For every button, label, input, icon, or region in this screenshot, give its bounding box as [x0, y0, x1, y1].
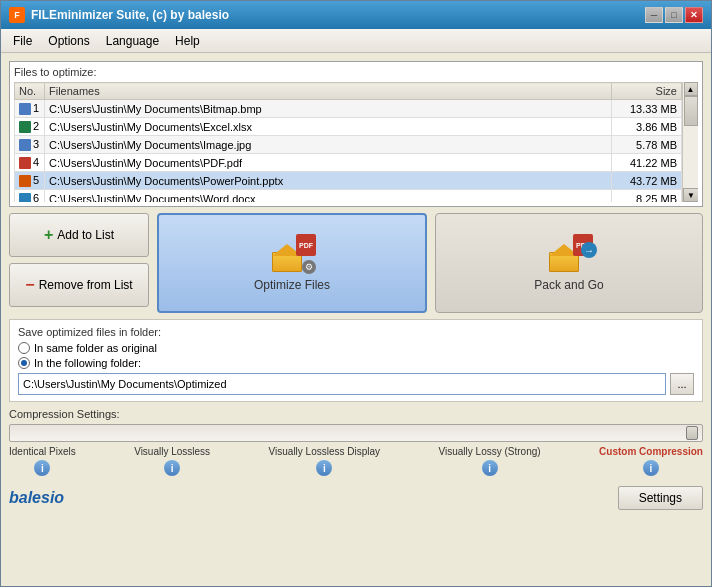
save-radio-group: In same folder as original In the follow… — [18, 342, 694, 369]
comp-lossy-strong-info-button[interactable]: i — [482, 460, 498, 476]
save-section: Save optimized files in folder: In same … — [9, 319, 703, 402]
pack-icon: PDF → — [545, 234, 593, 274]
menu-language[interactable]: Language — [98, 32, 167, 50]
table-row-no: 3 — [15, 136, 45, 154]
table-row-size: 8.25 MB — [612, 190, 682, 203]
slider-thumb[interactable] — [686, 426, 698, 440]
pack-arrow-icon: → — [581, 242, 597, 258]
comp-option-identical: Identical Pixels i — [9, 446, 76, 476]
file-type-icon — [19, 139, 31, 151]
comp-lossy-strong-label: Visually Lossy (Strong) — [439, 446, 541, 457]
table-row-filename: C:\Users\Justin\My Documents\PDF.pdf — [45, 154, 612, 172]
save-section-label: Save optimized files in folder: — [18, 326, 694, 338]
table-row-no: 6 — [15, 190, 45, 203]
save-option-following-folder-label: In the following folder: — [34, 357, 141, 369]
files-section: Files to optimize: No. Filenames Size 1C… — [9, 61, 703, 207]
file-table-wrapper: No. Filenames Size 1C:\Users\Justin\My D… — [14, 82, 698, 202]
file-type-icon — [19, 121, 31, 133]
radio-following-folder[interactable] — [18, 357, 30, 369]
comp-lossless-info-button[interactable]: i — [164, 460, 180, 476]
comp-custom-info-button[interactable]: i — [643, 460, 659, 476]
comp-identical-info-button[interactable]: i — [34, 460, 50, 476]
table-row-filename: C:\Users\Justin\My Documents\Image.jpg — [45, 136, 612, 154]
action-row: + Add to List − Remove from List PDF — [9, 213, 703, 313]
scrollbar-thumb[interactable] — [684, 96, 698, 126]
minimize-button[interactable]: ─ — [645, 7, 663, 23]
remove-button-label: Remove from List — [39, 278, 133, 292]
table-row-size: 13.33 MB — [612, 100, 682, 118]
plus-icon: + — [44, 226, 53, 244]
table-row-filename: C:\Users\Justin\My Documents\Word.docx — [45, 190, 612, 203]
title-bar: F FILEminimizer Suite, (c) by balesio ─ … — [1, 1, 711, 29]
compression-slider[interactable] — [9, 424, 703, 442]
save-option-following-folder[interactable]: In the following folder: — [18, 357, 694, 369]
compression-section-label: Compression Settings: — [9, 408, 703, 420]
col-header-no: No. — [15, 83, 45, 100]
table-row-no: 5 — [15, 172, 45, 190]
comp-option-lossless: Visually Lossless i — [134, 446, 210, 476]
close-button[interactable]: ✕ — [685, 7, 703, 23]
menu-bar: File Options Language Help — [1, 29, 711, 53]
folder-input-row: ... — [18, 373, 694, 395]
scrollbar-up-arrow[interactable]: ▲ — [684, 82, 698, 96]
minus-icon: − — [25, 276, 34, 294]
menu-options[interactable]: Options — [40, 32, 97, 50]
radio-same-folder[interactable] — [18, 342, 30, 354]
title-bar-left: F FILEminimizer Suite, (c) by balesio — [9, 7, 229, 23]
comp-option-custom: Custom Compression i — [599, 446, 703, 476]
compression-section: Compression Settings: Identical Pixels i… — [9, 408, 703, 476]
optimize-button-label: Optimize Files — [254, 278, 330, 292]
comp-identical-label: Identical Pixels — [9, 446, 76, 457]
action-buttons: + Add to List − Remove from List — [9, 213, 149, 313]
table-row-filename: C:\Users\Justin\My Documents\PowerPoint.… — [45, 172, 612, 190]
add-to-list-button[interactable]: + Add to List — [9, 213, 149, 257]
file-type-icon — [19, 157, 31, 169]
menu-help[interactable]: Help — [167, 32, 208, 50]
file-type-icon — [19, 175, 31, 187]
browse-button[interactable]: ... — [670, 373, 694, 395]
window-title: FILEminimizer Suite, (c) by balesio — [31, 8, 229, 22]
table-row-filename: C:\Users\Justin\My Documents\Bitmap.bmp — [45, 100, 612, 118]
table-row-size: 5.78 MB — [612, 136, 682, 154]
table-row-filename: C:\Users\Justin\My Documents\Excel.xlsx — [45, 118, 612, 136]
optimize-icon: PDF ⚙ — [268, 234, 316, 274]
gear-icon: ⚙ — [302, 260, 316, 274]
comp-lossless-display-label: Visually Lossless Display — [269, 446, 381, 457]
remove-from-list-button[interactable]: − Remove from List — [9, 263, 149, 307]
main-content: Files to optimize: No. Filenames Size 1C… — [1, 53, 711, 587]
pdf-badge-icon: PDF — [296, 234, 316, 256]
bottom-bar: balesio Settings — [9, 482, 703, 514]
file-type-icon — [19, 193, 31, 202]
compression-options: Identical Pixels i Visually Lossless i V… — [9, 446, 703, 476]
optimize-files-button[interactable]: PDF ⚙ Optimize Files — [157, 213, 427, 313]
settings-button[interactable]: Settings — [618, 486, 703, 510]
table-row-no: 4 — [15, 154, 45, 172]
comp-custom-label: Custom Compression — [599, 446, 703, 457]
comp-lossless-display-info-button[interactable]: i — [316, 460, 332, 476]
app-icon: F — [9, 7, 25, 23]
table-row-size: 43.72 MB — [612, 172, 682, 190]
file-type-icon — [19, 103, 31, 115]
main-window: F FILEminimizer Suite, (c) by balesio ─ … — [0, 0, 712, 587]
window-controls: ─ □ ✕ — [645, 7, 703, 23]
col-header-size: Size — [612, 83, 682, 100]
maximize-button[interactable]: □ — [665, 7, 683, 23]
table-row-no: 1 — [15, 100, 45, 118]
save-option-same-folder[interactable]: In same folder as original — [18, 342, 694, 354]
col-header-filename: Filenames — [45, 83, 612, 100]
file-table: No. Filenames Size 1C:\Users\Justin\My D… — [14, 82, 698, 202]
files-section-label: Files to optimize: — [14, 66, 698, 78]
balesio-logo: balesio — [9, 489, 64, 507]
scrollbar-down-arrow[interactable]: ▼ — [683, 188, 698, 202]
folder-path-input[interactable] — [18, 373, 666, 395]
pack-and-go-button[interactable]: PDF → Pack and Go — [435, 213, 703, 313]
scrollbar-track[interactable]: ▲ ▼ — [682, 82, 698, 202]
table-row-no: 2 — [15, 118, 45, 136]
table-row-size: 3.86 MB — [612, 118, 682, 136]
menu-file[interactable]: File — [5, 32, 40, 50]
comp-option-lossy-strong: Visually Lossy (Strong) i — [439, 446, 541, 476]
comp-lossless-label: Visually Lossless — [134, 446, 210, 457]
pack-button-label: Pack and Go — [534, 278, 603, 292]
comp-option-lossless-display: Visually Lossless Display i — [269, 446, 381, 476]
save-option-same-folder-label: In same folder as original — [34, 342, 157, 354]
